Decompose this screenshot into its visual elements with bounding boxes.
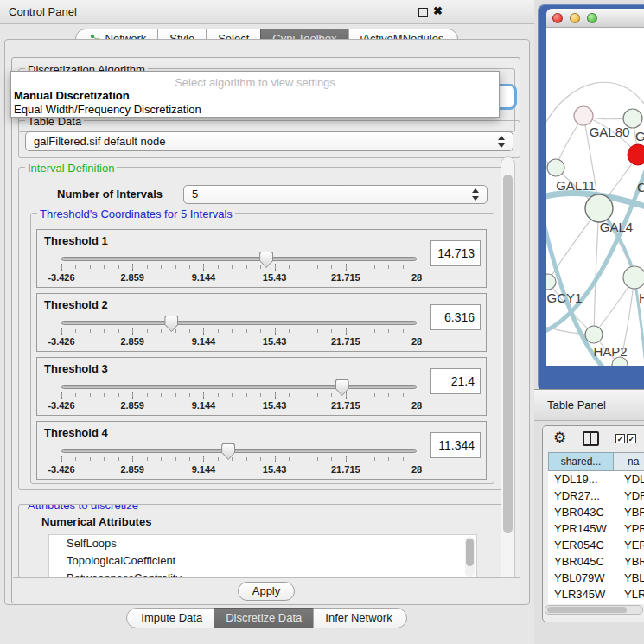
node-label-gal11: GAL11 xyxy=(556,178,596,193)
node-right-mid[interactable] xyxy=(623,266,644,289)
node-gal11[interactable] xyxy=(547,159,564,176)
table-data-group: Table Data galFiltered.sif default node xyxy=(18,120,520,158)
tick-label: -3.426 xyxy=(48,400,74,411)
cell: YPR145W xyxy=(548,520,614,537)
slider-tick-labels: -3.426 2.859 9.144 15.43 21.715 28 xyxy=(61,336,417,348)
table-row[interactable]: YBR045CYBR0 xyxy=(548,553,644,570)
network-canvas[interactable]: GAL80 GA C GAL11 GAL4 H GCY1 HAP2 xyxy=(546,28,644,366)
tick-label: 2.859 xyxy=(120,272,144,283)
num-intervals-label: Number of Intervals xyxy=(57,188,163,201)
node-gal4[interactable] xyxy=(585,194,613,222)
attributes-group-title: Attributes to discretize xyxy=(25,504,141,512)
traffic-light-close-icon[interactable] xyxy=(552,13,563,23)
slider-handle[interactable] xyxy=(335,379,349,396)
cell: YDR27... xyxy=(548,488,614,504)
split-view-icon[interactable] xyxy=(583,431,599,446)
threshold-2-value-input[interactable] xyxy=(430,304,481,330)
slider-handle[interactable] xyxy=(164,316,178,332)
slider-handle[interactable] xyxy=(221,443,235,460)
cell: YBR045C xyxy=(548,553,614,570)
algorithm-dropdown-popup: Select algorithm to view settings Manual… xyxy=(10,71,500,118)
control-panel-titlebar: Control Panel ✖ xyxy=(0,0,534,24)
traffic-light-zoom-icon[interactable] xyxy=(587,13,597,23)
table-row[interactable]: YIL052CYIL0 xyxy=(548,603,644,604)
panel-scrollbar-thumb[interactable] xyxy=(503,175,513,533)
table-panel: ⚙ ✓ ✓ shared... na YDL19...YDL1 YDR27...… xyxy=(542,425,644,622)
table-row[interactable]: YER054CYER0 xyxy=(548,537,644,553)
tab-infer-network[interactable]: Infer Network xyxy=(313,608,406,628)
tab-impute-data-label: Impute Data xyxy=(141,609,202,628)
node-label-hap2: HAP2 xyxy=(593,344,627,359)
tick-label: 21.715 xyxy=(331,272,360,283)
tick-label: 28 xyxy=(411,400,422,411)
table-data-combobox[interactable]: galFiltered.sif default node xyxy=(25,131,513,151)
node-hap2[interactable] xyxy=(585,326,603,343)
tick-label: 9.144 xyxy=(192,400,216,411)
checkbox-icon[interactable]: ✓ xyxy=(627,434,636,443)
network-window-titlebar xyxy=(546,9,644,28)
cell: YDL1 xyxy=(614,471,644,488)
cell: YPR1 xyxy=(614,520,644,537)
table-row[interactable]: YPR145WYPR1 xyxy=(548,520,644,537)
panel-footer: Apply xyxy=(13,577,520,603)
window-title: Control Panel xyxy=(9,5,77,18)
panel-scrollbar[interactable] xyxy=(501,156,515,597)
table-row[interactable]: YLR345WYLR3 xyxy=(548,586,644,603)
table-row[interactable]: YBL079WYBL0 xyxy=(548,570,644,586)
column-header-shared[interactable]: shared... xyxy=(548,452,614,471)
node-red-selected[interactable] xyxy=(628,144,644,165)
table-row[interactable]: YDL19...YDL1 xyxy=(548,471,644,488)
table-data-value: galFiltered.sif default node xyxy=(34,135,165,148)
float-window-icon[interactable] xyxy=(418,8,428,17)
threshold-4-box: Threshold 4 -3.426 2.859 9.144 15.43 21.… xyxy=(36,421,487,480)
bottom-tab-bar: Impute Data Discretize Data Infer Networ… xyxy=(0,608,534,628)
list-item[interactable]: TopologicalCoefficient xyxy=(49,552,476,570)
list-scrollbar[interactable] xyxy=(465,537,475,577)
cell: YBL0 xyxy=(614,570,644,586)
list-item[interactable]: SelfLoops xyxy=(49,535,476,552)
tick-label: 2.859 xyxy=(120,464,144,475)
apply-button[interactable]: Apply xyxy=(238,582,295,601)
tick-label: 2.859 xyxy=(120,336,144,347)
cell: YIL052C xyxy=(548,603,614,604)
tick-label: 15.43 xyxy=(263,336,287,347)
menu-item-equal-width-frequency[interactable]: Equal Width/Frequency Discretization xyxy=(14,103,201,116)
threshold-3-box: Threshold 3 -3.426 2.859 9.144 15.43 21.… xyxy=(36,357,487,416)
slider-tick-labels: -3.426 2.859 9.144 15.43 21.715 28 xyxy=(61,400,417,411)
tick-label: 21.715 xyxy=(331,336,360,347)
threshold-4-value-input[interactable] xyxy=(430,432,481,458)
traffic-light-minimize-icon[interactable] xyxy=(570,13,580,23)
node-gcy1[interactable] xyxy=(546,274,556,290)
tick-label: 2.859 xyxy=(120,400,144,411)
combo-stepper-icon xyxy=(472,188,481,201)
table-row[interactable]: YBR043CYBR0 xyxy=(548,504,644,520)
slider-handle[interactable] xyxy=(259,252,273,268)
threshold-3-value-input[interactable] xyxy=(430,368,481,394)
threshold-1-box: Threshold 1 -3.426 2.859 9.144 15.43 21.… xyxy=(36,229,487,288)
tick-label: -3.426 xyxy=(48,272,74,283)
gear-icon[interactable]: ⚙ xyxy=(553,429,566,447)
threshold-coords-group: Threshold's Coordinates for 5 Intervals … xyxy=(30,213,494,484)
tab-impute-data[interactable]: Impute Data xyxy=(126,608,214,628)
num-intervals-combobox[interactable]: 5 xyxy=(183,185,488,204)
table-row[interactable]: YDR27...YDR2 xyxy=(548,488,644,504)
menu-item-manual-discretization[interactable]: Manual Discretization xyxy=(14,89,130,102)
interval-definition-group: Interval Definition Number of Intervals … xyxy=(18,167,507,490)
table-horizontal-scrollbar[interactable] xyxy=(545,605,643,615)
column-header-name[interactable]: na xyxy=(614,452,644,471)
threshold-1-value-input[interactable] xyxy=(430,240,481,266)
tick-label: 15.43 xyxy=(263,272,287,283)
tab-discretize-data[interactable]: Discretize Data xyxy=(214,608,314,628)
tab-discretize-data-label: Discretize Data xyxy=(226,609,302,628)
close-icon[interactable]: ✖ xyxy=(433,4,443,17)
tick-label: 9.144 xyxy=(192,336,216,347)
threshold-coords-title: Threshold's Coordinates for 5 Intervals xyxy=(37,207,235,220)
tick-label: 9.144 xyxy=(192,464,216,475)
scrollbar-thumb[interactable] xyxy=(547,607,627,613)
cell: YBL079W xyxy=(548,570,614,586)
checkbox-icon[interactable]: ✓ xyxy=(615,434,625,443)
node-pink[interactable] xyxy=(574,106,593,125)
slider-tick-labels: -3.426 2.859 9.144 15.43 21.715 28 xyxy=(61,272,417,284)
node-label-gcy1: GCY1 xyxy=(547,290,583,305)
threshold-2-box: Threshold 2 -3.426 2.859 9.144 15.43 21.… xyxy=(36,293,487,352)
